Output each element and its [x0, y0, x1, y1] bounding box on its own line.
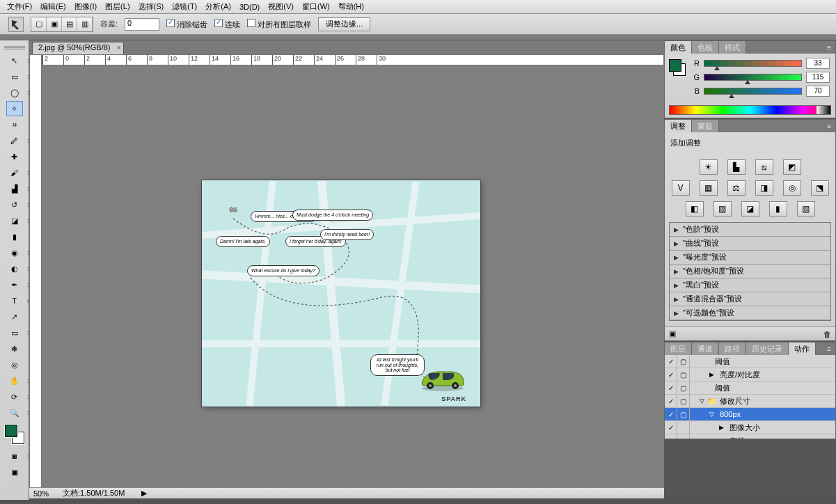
adj-hue-icon[interactable]: ▦ [700, 180, 718, 196]
tool-3d[interactable]: ❋ [6, 341, 23, 356]
refine-edge-button[interactable]: 调整边缘... [318, 17, 370, 31]
menu-select[interactable]: 选择(S) [134, 0, 168, 13]
adj-foot-trash-icon[interactable]: 🗑 [823, 330, 831, 338]
tab-actions[interactable]: 动作 [789, 342, 816, 355]
action-row[interactable]: ✓▶存储 [665, 434, 835, 439]
sel-new[interactable]: ▢ [31, 17, 47, 31]
adj-selcol-icon[interactable]: ▧ [797, 201, 815, 216]
slider-r[interactable] [704, 60, 802, 67]
tool-marquee[interactable]: ▭1 [6, 69, 23, 84]
adj-exposure-icon[interactable]: ◩ [783, 159, 801, 175]
all-layers-check[interactable]: 对所有图层取样 [247, 19, 311, 30]
doc-tab[interactable]: 2.jpg @ 50%(RGB/8)× [32, 42, 124, 54]
menu-help[interactable]: 帮助(H) [334, 0, 368, 13]
menu-filter[interactable]: 滤镜(T) [168, 0, 201, 13]
tool-magic-wand[interactable]: ✧ [6, 101, 23, 116]
sel-int[interactable]: ▥ [77, 17, 93, 31]
menu-window[interactable]: 窗口(W) [298, 0, 334, 13]
adj-levels-icon[interactable]: ▙ [727, 159, 746, 175]
sel-sub[interactable]: ▤ [62, 17, 77, 31]
menu-image[interactable]: 图像(I) [70, 0, 101, 13]
adj-foot-left-icon[interactable]: ▣ [669, 329, 676, 338]
adj-brightness-icon[interactable]: ☀ [700, 159, 718, 175]
tool-blur[interactable]: ◉1 [6, 245, 23, 260]
tool-brush[interactable]: 🖌1 [6, 165, 23, 180]
tool-zoom[interactable]: 🔍1 [6, 405, 23, 420]
color-fg-bg[interactable] [669, 59, 686, 76]
tab-swatches[interactable]: 色板 [692, 41, 719, 54]
canvas-viewport[interactable]: Hmmm... nice... or... what? Must dodge t… [42, 65, 664, 487]
menu-layer[interactable]: 图层(L) [101, 0, 134, 13]
adj-photo-icon[interactable]: ◎ [783, 180, 801, 196]
action-row[interactable]: ✓▢▶亮度/对比度 [665, 368, 835, 381]
tool-pen[interactable]: ✒1 [6, 277, 23, 292]
value-r[interactable]: 33 [806, 58, 830, 69]
slider-g[interactable] [704, 74, 802, 81]
action-row[interactable]: ✓▢▽📁修改尺寸 [665, 395, 835, 408]
menu-analysis[interactable]: 分析(A) [201, 0, 235, 13]
contiguous-check[interactable]: 连续 [214, 19, 240, 30]
tool-hand[interactable]: ✋1 [6, 373, 23, 388]
preset-item[interactable]: ▶"色相/饱和度"预设 [670, 265, 830, 278]
action-row[interactable]: ✓▢阈值 [665, 381, 835, 395]
tab-layers[interactable]: 图层 [665, 342, 692, 355]
preset-item[interactable]: ▶"可选颜色"预设 [670, 306, 830, 320]
tab-adjustments[interactable]: 调整 [665, 120, 692, 132]
tool-lasso[interactable]: ◯1 [6, 85, 23, 100]
ruler-vertical[interactable] [29, 54, 42, 498]
color-spectrum[interactable] [669, 105, 831, 115]
tool-shape[interactable]: ▭1 [6, 325, 23, 340]
action-row[interactable]: ✓▢阈值 [665, 355, 835, 368]
tool-quickmask[interactable]: ◙1 [6, 448, 23, 464]
tool-stamp[interactable]: ▟1 [6, 181, 23, 196]
slider-b[interactable] [704, 88, 802, 95]
adj-bw-icon[interactable]: ◨ [755, 180, 773, 196]
menu-file[interactable]: 文件(F) [3, 0, 36, 13]
tab-history[interactable]: 历史记录 [746, 342, 789, 355]
adj-balance-icon[interactable]: ⚖ [727, 180, 746, 196]
tool-type[interactable]: T8 [6, 293, 23, 308]
adj-invert-icon[interactable]: ◧ [686, 201, 704, 216]
toolbox-grip[interactable] [4, 46, 25, 50]
adj-poster-icon[interactable]: ▨ [713, 201, 732, 216]
menu-3d[interactable]: 3D(D) [235, 1, 264, 13]
adj-curves-icon[interactable]: ⧅ [755, 159, 773, 175]
tool-dodge[interactable]: ◐1 [6, 261, 23, 276]
antialias-check[interactable]: 消除锯齿 [166, 19, 207, 30]
color-swatches[interactable] [5, 425, 24, 444]
adj-vibr-icon[interactable]: V [672, 180, 690, 196]
tool-rotate[interactable]: ⟳1 [6, 389, 23, 404]
tool-history-brush[interactable]: ↺1 [6, 197, 23, 212]
active-tool-icon[interactable] [8, 17, 24, 32]
tool-healing[interactable]: ✚ [6, 149, 23, 164]
tab-styles[interactable]: 样式 [719, 41, 746, 54]
preset-item[interactable]: ▶"曲线"预设 [670, 237, 830, 251]
sel-add[interactable]: ▣ [47, 17, 62, 31]
zoom-level[interactable]: 50% [33, 489, 49, 498]
adj-mixer-icon[interactable]: ⬔ [811, 180, 829, 196]
action-row[interactable]: ✓▢▽800px [665, 408, 835, 421]
tolerance-input[interactable]: 0 [125, 18, 159, 31]
tool-gradient[interactable]: ▮ [6, 229, 23, 244]
menu-edit[interactable]: 编辑(E) [36, 0, 70, 13]
panel-menu-icon[interactable]: ≡ [823, 120, 835, 132]
tool-eyedropper[interactable]: 🖉1 [6, 133, 23, 148]
action-row[interactable]: ✓▶图像大小 [665, 421, 835, 434]
value-b[interactable]: 70 [806, 86, 830, 97]
tab-channels[interactable]: 通道 [692, 342, 719, 355]
preset-item[interactable]: ▶"通道混合器"预设 [670, 292, 830, 306]
tool-eraser[interactable]: ◪1 [6, 213, 23, 228]
tool-crop[interactable]: ⌗ [6, 117, 23, 132]
tab-paths[interactable]: 路径 [719, 342, 746, 355]
close-icon[interactable]: × [117, 44, 121, 52]
preset-item[interactable]: ▶"黑白"预设 [670, 278, 830, 292]
tool-move[interactable]: ↖1 [6, 53, 23, 68]
adj-thresh-icon[interactable]: ◪ [741, 201, 759, 216]
tool-path-select[interactable]: ↗ [6, 309, 23, 324]
value-g[interactable]: 115 [806, 72, 830, 83]
ruler-horizontal[interactable]: 2024681012141618202224262830 [42, 54, 664, 65]
menu-view[interactable]: 视图(V) [264, 0, 298, 13]
tool-screenmode[interactable]: ▣ [6, 464, 23, 480]
tab-masks[interactable]: 蒙版 [692, 120, 719, 132]
tool-3d-cam[interactable]: ◎ [6, 357, 23, 372]
